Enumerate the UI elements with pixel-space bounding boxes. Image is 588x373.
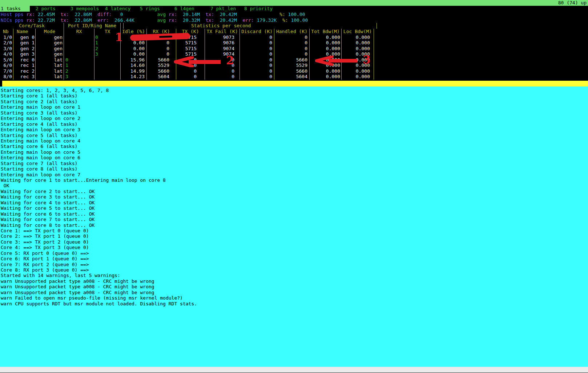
table-cell: 14.99 — [121, 68, 147, 74]
stat-segment: %: — [282, 17, 291, 23]
table-cell: 0 — [240, 68, 274, 74]
uptime-counter: 80 (74) up — [558, 0, 587, 6]
table-cell: lat — [36, 63, 64, 68]
table-cell: gen 1 — [13, 40, 36, 45]
table-cell: 0 — [240, 63, 274, 68]
log-line: Entering main loop on core 1 — [1, 104, 588, 110]
table-cell: gen 0 — [13, 35, 36, 40]
table-cell — [64, 40, 94, 45]
stat-segment — [55, 17, 61, 23]
marker-stroke-slit — [159, 36, 172, 38]
annotation-digit-3: 3 — [363, 54, 371, 65]
stat-segment: 22.72M — [38, 17, 55, 23]
table-cell: gen — [36, 40, 64, 45]
log-line: Core 3: ==> TX port 2 (queue 0) — [1, 239, 588, 245]
column-header: RX — [64, 29, 94, 35]
table-cell: 0.000 — [310, 40, 342, 45]
table-cell: 3 — [94, 51, 121, 57]
log-line: Core 2: ==> TX port 1 (queue 0) — [1, 233, 588, 239]
column-header: Tot Bdw(M) — [310, 29, 342, 35]
table-cell: 2 — [64, 68, 94, 74]
tab-mempools[interactable]: 3 mempools — [70, 6, 99, 12]
table-cell: 0 — [176, 68, 205, 74]
stat-segment: Host pps — [1, 12, 26, 17]
tab-ports[interactable]: 2 ports — [35, 6, 56, 12]
table-cell: 5660 — [147, 68, 176, 74]
tab-tasks[interactable]: 1 tasks — [0, 6, 30, 12]
stat-segment: 22.86M — [72, 12, 92, 17]
table-cell — [94, 63, 121, 68]
log-line: OK — [1, 183, 588, 188]
tab-pkt-len[interactable]: 7 pkt_len — [210, 6, 236, 12]
stat-segment: 20.14M — [180, 12, 200, 17]
stat-segment — [134, 17, 157, 23]
title-bar: prox v0.39: Basic Gen x4 80 (74) up — [0, 0, 588, 6]
column-header: Nb — [0, 29, 13, 35]
log-line: Starting core 3 (all tasks) — [1, 110, 588, 116]
stat-segment: 22.86M — [72, 17, 92, 23]
column-header: Loc Bdw(M) — [342, 29, 374, 35]
table-cell: 0 — [205, 74, 240, 79]
stat-segment: err: — [242, 17, 257, 23]
stat-segment: 100.00 — [288, 12, 305, 17]
log-line: Waiting for core 7 to start... OK — [1, 217, 588, 222]
table-row: 7/0rec 2lat214.99566000056600.0000.000 — [0, 68, 377, 74]
stat-segment: tx: — [60, 12, 72, 17]
table-cell: 0.00 — [121, 46, 147, 51]
table-cell: 5660 — [274, 57, 310, 63]
table-cell: 9076 — [205, 40, 240, 45]
table-cell: 0 — [176, 74, 205, 79]
stat-segment: 20.42M — [217, 12, 237, 17]
table-cell: 0 — [240, 51, 274, 57]
tab-l4gen[interactable]: 6 l4gen — [174, 6, 194, 12]
stat-segment — [92, 17, 98, 23]
table-cell: 0 — [274, 46, 310, 51]
log-line: Core 8: RX port 3 (queue 0) ==> — [1, 267, 588, 273]
table-cell: rec 1 — [13, 63, 36, 68]
stat-segment — [123, 12, 157, 17]
table-cell: rec 2 — [13, 68, 36, 74]
table-cell: 0 — [240, 46, 274, 51]
table-cell: 0.00 — [121, 51, 147, 57]
stat-segment: NICs pps — [1, 17, 26, 23]
table-cell: rec 3 — [13, 74, 36, 79]
separator-bar — [0, 81, 588, 87]
table-cell: 0 — [147, 40, 176, 45]
table-cell: 9073 — [205, 35, 240, 40]
log-line: Entering main loop on core 4 — [1, 138, 588, 144]
stat-segment: tx: — [206, 17, 217, 23]
annotation-left-arrow-2 — [173, 56, 221, 67]
stat-segment: rx: — [26, 12, 37, 17]
tab-rings[interactable]: 5 rings — [139, 6, 160, 12]
table-cell: 4/0 — [0, 51, 13, 57]
table-cell: 0.000 — [342, 68, 374, 74]
tab-priority[interactable]: 8 priority — [243, 6, 273, 12]
prox-terminal[interactable]: prox v0.39: Basic Gen x4 80 (74) up 1 ta… — [0, 0, 588, 373]
table-cell: lat — [36, 74, 64, 79]
log-line: Starting core 7 (all tasks) — [1, 161, 588, 166]
stat-segment: rx: — [26, 17, 37, 23]
tab-latency[interactable]: 4 latency — [104, 6, 130, 12]
stat-segment — [92, 12, 98, 17]
log-line: Waiting for core 2 to start... OK — [1, 189, 588, 194]
stat-segment — [200, 17, 206, 23]
table-cell: gen 3 — [13, 51, 36, 57]
table-cell: 0.000 — [342, 40, 374, 45]
stat-segment — [55, 12, 61, 17]
table-cell: lat — [36, 68, 64, 74]
table-cell — [94, 57, 121, 63]
log-line: Core 7: RX port 2 (queue 0) ==> — [1, 262, 588, 267]
stats-line: NICs pps rx: 22.72M tx: 22.86M err: 266.… — [1, 17, 308, 23]
table-cell: 5/0 — [0, 57, 13, 63]
log-line: warn Unsupported packet type a008 - CRC … — [1, 278, 588, 284]
table-cell: 3 — [64, 74, 94, 79]
table-cell: 5660 — [274, 68, 310, 74]
annotation-digit-2: 2 — [226, 55, 234, 66]
stat-segment: tx: — [206, 12, 217, 17]
table-cell: lat — [36, 57, 64, 63]
column-header: TX Fail (K) — [205, 29, 240, 35]
stat-segment: 22.45M — [38, 12, 55, 17]
log-line: Starting core 2 (all tasks) — [1, 99, 588, 104]
log-line: Core 1: ==> TX port 0 (queue 0) — [1, 228, 588, 233]
table-cell: 5715 — [176, 40, 205, 45]
